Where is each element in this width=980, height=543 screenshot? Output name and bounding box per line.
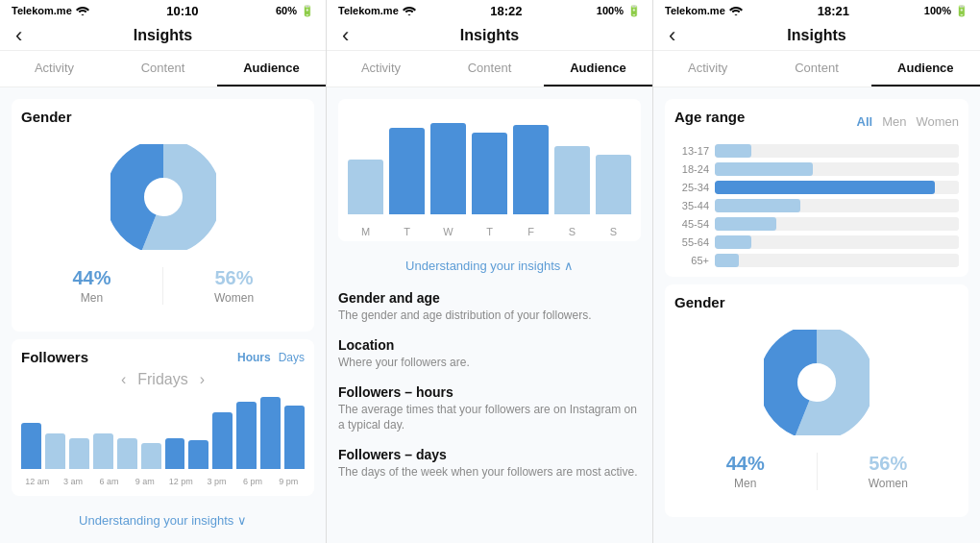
weekly-bar-col-5	[554, 109, 590, 214]
age-row: 18-24	[674, 162, 959, 176]
age-card-3: Age range All Men Women 13-1718-2425-343…	[665, 99, 968, 277]
back-button-3[interactable]: ‹	[669, 23, 675, 48]
wifi-icon-2	[403, 6, 416, 15]
battery-pct-3: 100%	[924, 5, 951, 16]
weekly-bar-col-4	[513, 109, 549, 214]
tab-content-1[interactable]: Content	[109, 51, 217, 86]
weekly-bar-chart-2	[338, 99, 641, 214]
followers-card-1: Followers Hours Days ‹ Fridays › 12 am3 …	[12, 339, 314, 496]
age-filter-women[interactable]: Women	[916, 114, 959, 129]
age-row: 25-34	[674, 181, 959, 194]
tab-activity-1[interactable]: Activity	[0, 51, 109, 86]
understanding-link-2[interactable]: Understanding your insights ∧	[338, 249, 641, 283]
hour-label: 12 am	[21, 477, 53, 486]
tabs-bar-2: Activity Content Audience	[327, 51, 652, 87]
age-bar-bg	[715, 199, 959, 212]
tab-audience-1[interactable]: Audience	[217, 51, 326, 86]
battery-pct-1: 60%	[276, 5, 297, 16]
weekly-label: T	[472, 226, 507, 237]
tab-audience-2[interactable]: Audience	[544, 51, 652, 86]
wifi-icon-1	[76, 6, 89, 15]
pie-container-1: 44% Men 56% Women	[21, 135, 305, 322]
hour-label: 3 am	[57, 477, 88, 486]
age-filter-all[interactable]: All	[857, 114, 873, 129]
age-bar-bg	[715, 144, 959, 158]
info-followers-hours: Followers – hours The average times that…	[338, 384, 641, 434]
tab-content-3[interactable]: Content	[762, 51, 870, 86]
age-range-label: 25-34	[674, 182, 709, 193]
carrier-3: Telekom.me	[665, 5, 725, 16]
age-bar-fill	[715, 199, 800, 212]
tab-content-2[interactable]: Content	[435, 51, 544, 86]
followers-title-1: Followers	[21, 349, 88, 365]
hours-tab-1[interactable]: Hours	[237, 351, 271, 364]
hour-bar-col-7	[188, 396, 208, 469]
status-left-3: Telekom.me	[665, 5, 743, 16]
tab-activity-3[interactable]: Activity	[653, 51, 762, 86]
status-right-2: 100% 🔋	[597, 5, 641, 17]
carrier-1: Telekom.me	[12, 5, 72, 16]
hour-label: 6 am	[93, 477, 125, 486]
age-bar-fill	[715, 144, 751, 158]
time-3: 18:21	[818, 4, 849, 18]
weekly-bar-col-0	[348, 109, 383, 214]
panel-3: Telekom.me 18:21 100% 🔋 ‹ Insights Activ…	[653, 0, 980, 543]
weekly-bar-col-1	[389, 109, 425, 214]
gender-title-3: Gender	[674, 294, 959, 310]
pie-men-3: 44% Men	[674, 445, 817, 498]
hour-bar-col-1	[45, 396, 65, 469]
prev-day-1[interactable]: ‹	[121, 371, 126, 388]
panel-2-content: MTWTFSS Understanding your insights ∧ Ge…	[327, 87, 652, 543]
age-bar-fill	[715, 181, 935, 194]
pie-women-3: 56% Women	[818, 445, 960, 498]
next-day-1[interactable]: ›	[200, 371, 205, 388]
battery-icon-3: 🔋	[955, 5, 968, 17]
followers-header-1: Followers Hours Days	[21, 349, 305, 365]
weekly-bar-col-6	[596, 109, 631, 214]
understanding-link-1[interactable]: Understanding your insights ∨	[12, 504, 314, 537]
age-bar-fill	[715, 235, 751, 249]
status-bar-3: Telekom.me 18:21 100% 🔋	[653, 0, 980, 21]
back-button-1[interactable]: ‹	[15, 23, 22, 48]
nav-bar-2: ‹ Insights	[327, 21, 652, 51]
age-bar-bg	[715, 254, 959, 267]
weekly-label: W	[430, 226, 466, 237]
women-pct-1: 56%	[167, 267, 301, 289]
age-filter-men[interactable]: Men	[882, 114, 906, 129]
weekly-label: T	[389, 226, 425, 237]
hour-label: 9 pm	[273, 477, 305, 486]
age-row: 65+	[674, 254, 959, 267]
day-nav-1: ‹ Fridays ›	[21, 371, 305, 388]
age-range-label: 13-17	[674, 145, 709, 157]
nav-title-2: Insights	[460, 27, 519, 44]
svg-point-2	[146, 180, 181, 214]
tabs-bar-1: Activity Content Audience	[0, 51, 326, 87]
tab-activity-2[interactable]: Activity	[327, 51, 435, 86]
hour-bar-col-5	[141, 396, 161, 469]
gender-card-3: Gender 44% Men 56% Women	[665, 284, 968, 517]
panel-1: Telekom.me 10:10 60% 🔋 ‹ Insights Activi…	[0, 0, 327, 543]
hour-bar-col-2	[69, 396, 89, 469]
status-right-3: 100% 🔋	[924, 5, 968, 17]
current-day-1: Fridays	[137, 371, 187, 388]
nav-bar-1: ‹ Insights	[0, 21, 326, 51]
age-range-label: 18-24	[674, 163, 709, 175]
hour-bar-labels-1: 12 am3 am6 am9 am12 pm3 pm6 pm9 pm	[21, 477, 305, 486]
hour-label: 9 am	[129, 477, 160, 486]
age-title-3: Age range	[674, 109, 745, 125]
age-row: 55-64	[674, 235, 959, 249]
age-bar-bg	[715, 217, 959, 231]
days-tab-1[interactable]: Days	[279, 351, 305, 364]
age-bar-fill	[715, 217, 776, 231]
status-left-1: Telekom.me	[12, 5, 89, 16]
weekly-bar-col-2	[430, 109, 466, 214]
back-button-2[interactable]: ‹	[342, 23, 349, 48]
hour-bar-col-10	[260, 396, 281, 469]
tabs-bar-3: Activity Content Audience	[653, 51, 980, 87]
pie-container-3: 44% Men 56% Women	[674, 320, 959, 507]
weekly-label: M	[348, 226, 383, 237]
hour-bar-chart-1	[21, 396, 305, 473]
weekly-bar-labels-2: MTWTFSS	[338, 222, 641, 241]
tab-audience-3[interactable]: Audience	[871, 51, 980, 86]
age-bars-3: 13-1718-2425-3435-4445-5455-6465+	[674, 144, 959, 267]
